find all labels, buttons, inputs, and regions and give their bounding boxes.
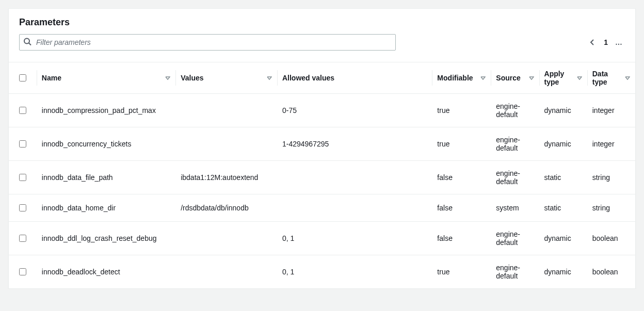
cell-data-type: integer (587, 94, 635, 127)
cell-apply-type: dynamic (539, 94, 587, 127)
sort-icon (529, 75, 534, 80)
row-select-checkbox[interactable] (19, 235, 26, 242)
search-wrap (19, 34, 396, 51)
cell-modifiable: true (432, 94, 491, 127)
row-select-checkbox[interactable] (19, 107, 26, 114)
column-label: Values (181, 74, 203, 82)
row-select-cell (9, 255, 37, 289)
panel-title: Parameters (19, 17, 625, 28)
column-header-modifiable[interactable]: Modifiable (432, 62, 491, 94)
column-header-source[interactable]: Source (491, 62, 539, 94)
cell-source: engine-default (491, 94, 539, 127)
column-header-select (9, 62, 37, 94)
cell-source: engine-default (491, 127, 539, 161)
table-row: innodb_deadlock_detect0, 1trueengine-def… (9, 255, 635, 289)
filter-input[interactable] (19, 34, 396, 51)
cell-apply-type: static (539, 161, 587, 194)
cell-name: innodb_concurrency_tickets (37, 127, 175, 161)
more-pages-icon: … (615, 38, 623, 46)
cell-apply-type: dynamic (539, 255, 587, 289)
table-row: innodb_data_home_dir/rdsdbdata/db/innodb… (9, 194, 635, 222)
cell-name: innodb_data_file_path (37, 161, 175, 194)
cell-source: engine-default (491, 161, 539, 194)
row-select-cell (9, 222, 37, 255)
cell-values (175, 94, 277, 127)
parameters-table: Name Values (9, 62, 635, 288)
column-header-data-type[interactable]: Data type (587, 62, 635, 94)
row-select-checkbox[interactable] (19, 204, 26, 211)
cell-name: innodb_compression_pad_pct_max (37, 94, 175, 127)
cell-values: ibdata1:12M:autoextend (175, 161, 277, 194)
parameters-panel: Parameters 1 … (8, 8, 636, 289)
row-select-cell (9, 127, 37, 161)
cell-source: system (491, 194, 539, 222)
cell-apply-type: dynamic (539, 127, 587, 161)
sort-icon (625, 75, 630, 80)
toolbar: 1 … (19, 34, 625, 57)
page-number: 1 (604, 38, 608, 46)
column-header-allowed[interactable]: Allowed values (277, 62, 432, 94)
column-header-values[interactable]: Values (175, 62, 277, 94)
chevron-left-icon (588, 38, 597, 46)
cell-allowed (277, 161, 432, 194)
column-header-name[interactable]: Name (37, 62, 175, 94)
table-row: innodb_data_file_pathibdata1:12M:autoext… (9, 161, 635, 194)
cell-data-type: integer (587, 127, 635, 161)
row-select-cell (9, 161, 37, 194)
cell-modifiable: false (432, 194, 491, 222)
table-row: innodb_compression_pad_pct_max0-75trueen… (9, 94, 635, 127)
column-label: Data type (592, 70, 622, 86)
cell-values: /rdsdbdata/db/innodb (175, 194, 277, 222)
row-select-checkbox[interactable] (19, 174, 26, 181)
select-all-checkbox[interactable] (19, 74, 26, 81)
table-row: innodb_ddl_log_crash_reset_debug0, 1fals… (9, 222, 635, 255)
cell-values (175, 255, 277, 289)
cell-modifiable: true (432, 255, 491, 289)
cell-data-type: boolean (587, 255, 635, 289)
cell-modifiable: false (432, 161, 491, 194)
cell-data-type: string (587, 161, 635, 194)
pagination: 1 … (588, 38, 625, 46)
table-row: innodb_concurrency_tickets1-4294967295tr… (9, 127, 635, 161)
sort-icon (480, 75, 486, 80)
cell-apply-type: dynamic (539, 222, 587, 255)
cell-name: innodb_ddl_log_crash_reset_debug (37, 222, 175, 255)
column-label: Source (496, 74, 520, 82)
cell-name: innodb_data_home_dir (37, 194, 175, 222)
table-header-row: Name Values (9, 62, 635, 94)
sort-icon (267, 75, 272, 80)
panel-header: Parameters 1 … (9, 9, 635, 62)
column-label: Modifiable (437, 74, 473, 82)
row-select-cell (9, 94, 37, 127)
column-label: Name (42, 74, 61, 82)
cell-allowed: 0-75 (277, 94, 432, 127)
cell-name: innodb_deadlock_detect (37, 255, 175, 289)
cell-values (175, 222, 277, 255)
column-label: Apply type (544, 70, 574, 86)
cell-allowed (277, 194, 432, 222)
table-scroll[interactable]: Name Values (9, 62, 635, 288)
cell-values (175, 127, 277, 161)
column-header-apply-type[interactable]: Apply type (539, 62, 587, 94)
sort-icon (165, 75, 170, 80)
sort-icon (577, 75, 582, 80)
cell-source: engine-default (491, 222, 539, 255)
cell-allowed: 1-4294967295 (277, 127, 432, 161)
row-select-checkbox[interactable] (19, 140, 26, 148)
cell-data-type: string (587, 194, 635, 222)
prev-page-button[interactable] (588, 38, 597, 46)
cell-source: engine-default (491, 255, 539, 289)
cell-data-type: boolean (587, 222, 635, 255)
cell-apply-type: static (539, 194, 587, 222)
row-select-cell (9, 194, 37, 222)
row-select-checkbox[interactable] (19, 268, 26, 275)
cell-allowed: 0, 1 (277, 255, 432, 289)
cell-allowed: 0, 1 (277, 222, 432, 255)
cell-modifiable: true (432, 127, 491, 161)
column-label: Allowed values (282, 74, 334, 82)
cell-modifiable: false (432, 222, 491, 255)
